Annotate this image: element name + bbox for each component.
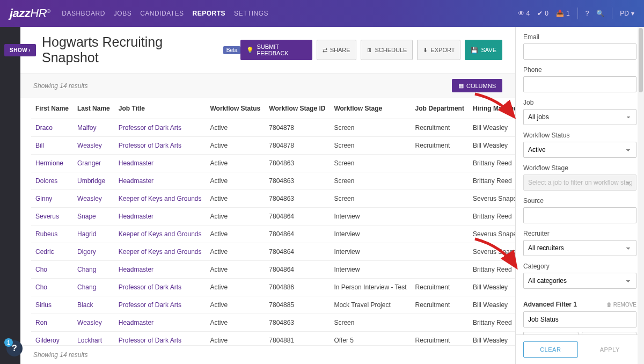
show-button[interactable]: SHOW› <box>4 44 36 56</box>
table-cell[interactable]: Ginny <box>31 190 73 208</box>
apply-button[interactable]: APPLY <box>583 341 637 358</box>
help-icon[interactable]: ? <box>586 10 589 17</box>
table-cell[interactable]: Professor of Dark Arts <box>114 296 206 314</box>
nav-item-jobs[interactable]: JOBS <box>114 10 131 17</box>
table-cell <box>411 225 469 243</box>
table-cell[interactable]: Gilderoy <box>31 332 73 346</box>
calendar-icon: 🗓 <box>367 47 372 53</box>
table-wrap[interactable]: First NameLast NameJob TitleWorkflow Sta… <box>20 98 515 345</box>
table-cell <box>411 172 469 190</box>
adv-field-input[interactable] <box>523 311 636 327</box>
table-cell[interactable]: Headmaster <box>114 261 206 279</box>
help-bubble[interactable]: ? 1 <box>6 340 23 356</box>
col-header[interactable]: Workflow Stage ID <box>265 98 330 119</box>
user-menu[interactable]: PD ▾ <box>620 10 634 17</box>
table-cell: Screen <box>330 155 411 172</box>
table-cell[interactable]: Hermione <box>31 155 73 172</box>
table-cell: In Person Interview - Test <box>330 279 411 296</box>
table-cell[interactable]: Ron <box>31 314 73 332</box>
table-cell: 7804878 <box>265 137 330 155</box>
columns-button[interactable]: ▦COLUMNS <box>452 79 502 92</box>
clear-button[interactable]: CLEAR <box>523 341 578 358</box>
table-cell[interactable]: Professor of Dark Arts <box>114 119 206 137</box>
table-cell[interactable]: Chang <box>73 279 114 296</box>
submit-feedback-button[interactable]: 💡SUBMIT FEEDBACK <box>240 40 312 60</box>
job-select[interactable]: All jobs <box>523 109 636 125</box>
nav-item-settings[interactable]: SETTINGS <box>234 10 268 17</box>
table-cell[interactable]: Sirius <box>31 296 73 314</box>
table-row: HermioneGrangerHeadmasterActive7804863Sc… <box>31 155 515 172</box>
table-cell[interactable]: Cedric <box>31 243 73 261</box>
table-cell[interactable]: Headmaster <box>114 155 206 172</box>
table-cell[interactable]: Weasley <box>73 137 114 155</box>
nav-item-candidates[interactable]: CANDIDATES <box>140 10 184 17</box>
lightbulb-icon: 💡 <box>246 47 254 54</box>
table-cell[interactable]: Headmaster <box>114 314 206 332</box>
nav-item-reports[interactable]: REPORTS <box>193 10 226 17</box>
table-cell: 7804864 <box>265 243 330 261</box>
search-icon[interactable]: 🔍 <box>596 10 604 17</box>
table-cell[interactable]: Black <box>73 296 114 314</box>
nav-item-dashboard[interactable]: DASHBOARD <box>62 10 105 17</box>
table-cell[interactable]: Lockhart <box>73 332 114 346</box>
checks-stat[interactable]: ✔0 <box>537 10 548 17</box>
table-cell[interactable]: Bill <box>31 137 73 155</box>
col-header[interactable]: First Name <box>31 98 73 119</box>
inbox-stat[interactable]: 📥1 <box>556 10 570 17</box>
table-cell[interactable]: Weasley <box>73 314 114 332</box>
source-label: Source <box>523 197 636 205</box>
table-cell[interactable]: Rubeus <box>31 225 73 243</box>
table-cell[interactable]: Hagrid <box>73 225 114 243</box>
save-button[interactable]: 💾SAVE <box>465 40 502 60</box>
table-cell[interactable]: Umbridge <box>73 172 114 190</box>
table-cell: Screen <box>330 119 411 137</box>
phone-input[interactable] <box>523 76 636 92</box>
logo[interactable]: jazzHR® <box>10 6 50 20</box>
table-cell[interactable]: Professor of Dark Arts <box>114 279 206 296</box>
col-header[interactable]: Workflow Status <box>206 98 265 119</box>
workflow-status-select[interactable]: Active <box>523 142 636 158</box>
export-button[interactable]: ⬇EXPORT <box>417 40 460 60</box>
table-cell: 7804863 <box>265 190 330 208</box>
table-cell[interactable]: Professor of Dark Arts <box>114 137 206 155</box>
views-stat[interactable]: 👁4 <box>518 10 530 17</box>
table-cell[interactable]: Digory <box>73 243 114 261</box>
table-cell: Mock Travel Project <box>330 296 411 314</box>
table-cell[interactable]: Keeper of Keys and Grounds <box>114 225 206 243</box>
share-button[interactable]: ⇄SHARE <box>317 40 356 60</box>
table-cell[interactable]: Keeper of Keys and Grounds <box>114 243 206 261</box>
category-select[interactable]: All categories <box>523 273 636 289</box>
email-input[interactable] <box>523 43 636 60</box>
col-header[interactable]: Last Name <box>73 98 114 119</box>
col-header[interactable]: Workflow Stage <box>330 98 411 119</box>
table-cell[interactable]: Dolores <box>31 172 73 190</box>
source-input[interactable] <box>523 207 636 223</box>
beta-badge: Beta <box>223 46 241 54</box>
table-cell[interactable]: Cho <box>31 261 73 279</box>
remove-filter-button[interactable]: 🗑REMOVE <box>606 302 636 308</box>
recruiter-select[interactable]: All recruiters <box>523 240 636 256</box>
table-cell[interactable]: Severus <box>31 208 73 225</box>
table-cell[interactable]: Draco <box>31 119 73 137</box>
schedule-button[interactable]: 🗓SCHEDULE <box>361 40 413 60</box>
col-header[interactable]: Job Department <box>411 98 469 119</box>
table-cell[interactable]: Granger <box>73 155 114 172</box>
table-cell[interactable]: Weasley <box>73 190 114 208</box>
table-cell[interactable]: Keeper of Keys and Grounds <box>114 190 206 208</box>
table-cell: Screen <box>330 314 411 332</box>
scrollbar-thumb[interactable] <box>639 28 643 92</box>
table-cell[interactable]: Chang <box>73 261 114 279</box>
table-cell[interactable]: Snape <box>73 208 114 225</box>
table-cell: Screen <box>330 172 411 190</box>
table-cell[interactable]: Malfoy <box>73 119 114 137</box>
table-cell[interactable]: Headmaster <box>114 208 206 225</box>
workflow-stage-select[interactable]: Select a job to filter on workflow stage <box>523 174 636 191</box>
table-cell[interactable]: Professor of Dark Arts <box>114 332 206 346</box>
results-count: Showing 14 results <box>33 82 87 90</box>
share-icon: ⇄ <box>323 47 327 54</box>
col-header[interactable]: Job Title <box>114 98 206 119</box>
table-cell[interactable]: Cho <box>31 279 73 296</box>
table-cell: 7804881 <box>265 332 330 346</box>
col-header[interactable]: Hiring Manager <box>469 98 515 119</box>
table-cell[interactable]: Headmaster <box>114 172 206 190</box>
